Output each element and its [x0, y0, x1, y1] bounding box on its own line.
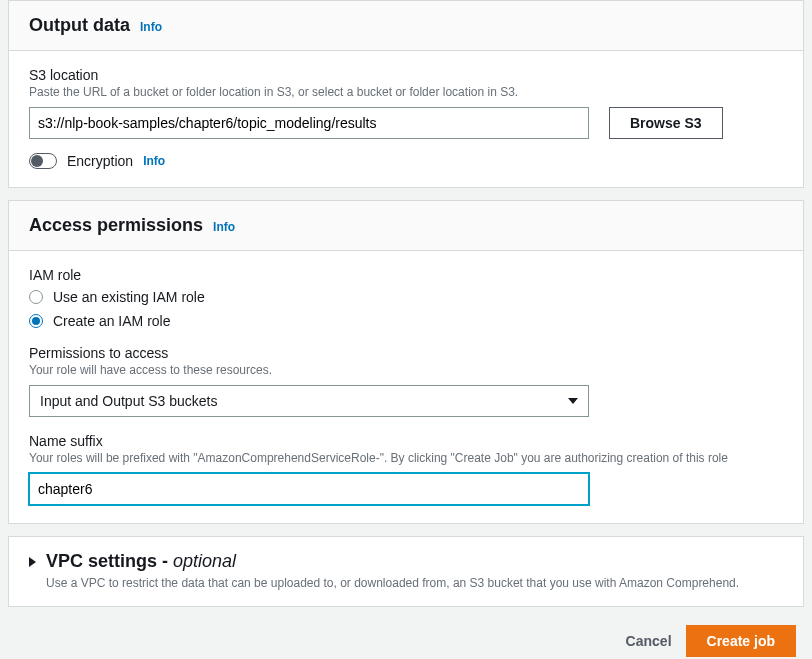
vpc-settings-description: Use a VPC to restrict the data that can … [46, 576, 783, 590]
permissions-access-select[interactable]: Input and Output S3 buckets [29, 385, 589, 417]
output-data-panel: Output data Info S3 location Paste the U… [8, 0, 804, 188]
encryption-toggle[interactable] [29, 153, 57, 169]
output-data-title: Output data [29, 15, 130, 36]
access-permissions-header: Access permissions Info [9, 201, 803, 251]
permissions-access-selected: Input and Output S3 buckets [40, 393, 217, 409]
radio-create-role[interactable]: Create an IAM role [29, 313, 783, 329]
vpc-settings-title: VPC settings - optional [46, 551, 236, 572]
create-job-button[interactable]: Create job [686, 625, 796, 657]
cancel-button[interactable]: Cancel [626, 633, 672, 649]
access-permissions-info-link[interactable]: Info [213, 220, 235, 234]
permissions-access-hint: Your role will have access to these reso… [29, 363, 783, 377]
s3-location-hint: Paste the URL of a bucket or folder loca… [29, 85, 783, 99]
access-permissions-body: IAM role Use an existing IAM role Create… [9, 251, 803, 523]
permissions-access-label: Permissions to access [29, 345, 783, 361]
radio-icon [29, 290, 43, 304]
name-suffix-input[interactable] [29, 473, 589, 505]
s3-location-input[interactable] [29, 107, 589, 139]
output-data-info-link[interactable]: Info [140, 20, 162, 34]
caret-right-icon [29, 557, 36, 567]
iam-role-label: IAM role [29, 267, 783, 283]
radio-icon [29, 314, 43, 328]
chevron-down-icon [568, 398, 578, 404]
encryption-label: Encryption [67, 153, 133, 169]
s3-location-label: S3 location [29, 67, 783, 83]
access-permissions-panel: Access permissions Info IAM role Use an … [8, 200, 804, 524]
output-data-body: S3 location Paste the URL of a bucket or… [9, 51, 803, 187]
name-suffix-label: Name suffix [29, 433, 783, 449]
radio-label-existing: Use an existing IAM role [53, 289, 205, 305]
browse-s3-button[interactable]: Browse S3 [609, 107, 723, 139]
radio-use-existing-role[interactable]: Use an existing IAM role [29, 289, 783, 305]
vpc-settings-panel: VPC settings - optional Use a VPC to res… [8, 536, 804, 607]
name-suffix-hint: Your roles will be prefixed with "Amazon… [29, 451, 783, 465]
footer: Cancel Create job [0, 619, 812, 659]
radio-label-create: Create an IAM role [53, 313, 171, 329]
iam-role-radio-group: Use an existing IAM role Create an IAM r… [29, 289, 783, 329]
access-permissions-title: Access permissions [29, 215, 203, 236]
vpc-settings-toggle[interactable]: VPC settings - optional [29, 551, 783, 572]
encryption-info-link[interactable]: Info [143, 154, 165, 168]
output-data-header: Output data Info [9, 1, 803, 51]
